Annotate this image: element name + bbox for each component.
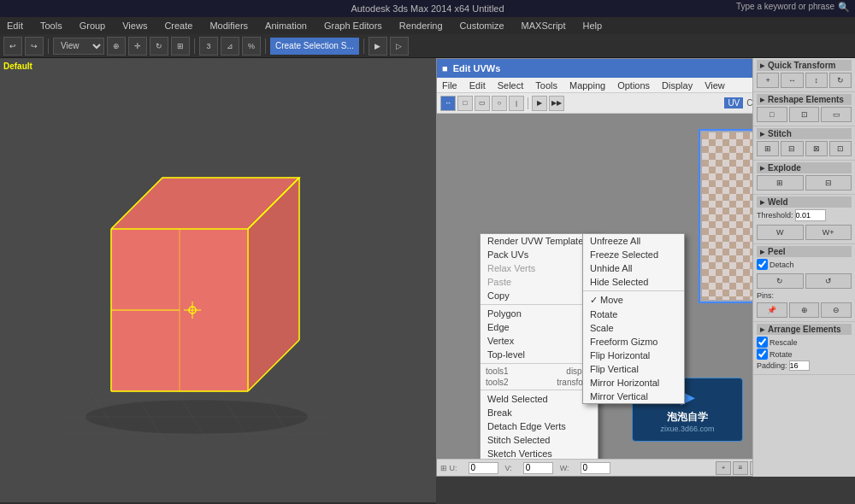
pin-btn1[interactable]: 📌 [757,302,787,318]
ex-btn2[interactable]: ⊟ [805,175,852,190]
sub-scale[interactable]: Scale [583,321,684,335]
weld-btn1[interactable]: W [757,225,804,240]
w-input[interactable] [581,462,610,474]
uvw-menu-view[interactable]: View [703,80,727,91]
uvw-menu-options[interactable]: Options [616,80,652,91]
st-btn1[interactable]: ⊞ [757,141,779,156]
uvw-menu-display[interactable]: Display [660,80,694,91]
ctx-edge[interactable]: Edge [481,320,598,334]
search-box[interactable]: Type a keyword or phrase [736,2,834,13]
filter-btn[interactable]: ▶ [369,37,387,56]
ctx-polygon[interactable]: Polygon [481,307,598,320]
rotate-checkbox[interactable] [757,349,768,360]
peel-btn1[interactable]: ↻ [757,273,804,289]
ctx-vertex[interactable]: Vertex [481,334,598,348]
snap-btn[interactable]: 3 [199,37,218,56]
uvw-menu-file[interactable]: File [440,80,459,91]
grid-btn[interactable]: ≡ [733,461,748,475]
viewport-3d[interactable]: Default [0,58,436,504]
ctx-sketch-vertices[interactable]: Sketch Vertices [481,447,598,459]
qt-btn3[interactable]: ↕ [805,73,828,88]
st-btn3[interactable]: ⊠ [805,141,828,156]
ctx-render-uvw[interactable]: Render UVW Template... [481,234,598,248]
menu-rendering[interactable]: Rendering [396,21,446,31]
redo-btn[interactable]: ↪ [25,37,44,56]
peel-btn2[interactable]: ↺ [805,273,852,289]
uvw-paint-btn[interactable]: | [509,96,524,111]
snap2-btn[interactable]: ⊿ [221,37,239,56]
ctx-break[interactable]: Break [481,406,598,419]
uvw-menu-tools[interactable]: Tools [534,80,559,91]
st-btn2[interactable]: ⊟ [781,141,803,156]
weld-btn2[interactable]: W+ [805,225,852,240]
uvw-menu-edit[interactable]: Edit [468,80,487,91]
menu-graph-editors[interactable]: Graph Editors [321,21,386,31]
scale-btn[interactable]: ⊞ [171,37,190,56]
ctx-pack-uvs[interactable]: Pack UVs [481,248,598,261]
minimize-icon[interactable]: 🔍 [838,2,850,13]
sub-mirror-vertical[interactable]: Mirror Vertical [583,390,684,403]
sub-hide-selected[interactable]: Hide Selected [583,275,684,289]
rotate-btn[interactable]: ↻ [150,37,168,56]
sub-move[interactable]: ✓ Move [583,293,684,308]
ctx-detach-edge[interactable]: Detach Edge Verts [481,419,598,433]
ctx-relax-verts[interactable]: Relax Verts [481,261,598,275]
pin-btn2[interactable]: ⊕ [789,302,820,318]
sub-flip-horizontal[interactable]: Flip Horizontal [583,349,684,362]
menu-tools[interactable]: Tools [37,21,66,31]
sub-unfreeze-all[interactable]: Unfreeze All [583,234,684,248]
undo-btn[interactable]: ↩ [3,37,22,56]
uvw-move-btn[interactable]: ↔ [440,96,456,111]
uvw-filter-btn[interactable]: ▶ [532,96,547,111]
sub-unhide-all[interactable]: Unhide All [583,261,684,275]
sub-flip-vertical[interactable]: Flip Vertical [583,362,684,376]
menu-animation[interactable]: Animation [262,21,310,31]
uvw-menu-select[interactable]: Select [496,80,526,91]
snap-uv-btn[interactable]: + [716,461,731,475]
ctx-paste[interactable]: Paste [481,275,598,289]
ctx-weld-selected[interactable]: Weld Selected [481,392,598,406]
render-btn[interactable]: ▷ [390,37,409,56]
create-selection-btn[interactable]: Create Selection S... [270,38,359,55]
menu-customize[interactable]: Customize [457,21,508,31]
qt-btn1[interactable]: + [757,73,779,88]
sub-mirror-horizontal[interactable]: Mirror Horizontal [583,376,684,390]
move-btn[interactable]: ✛ [128,37,147,56]
menu-create[interactable]: Create [161,21,196,31]
qt-btn4[interactable]: ↻ [829,73,852,88]
qt-btn2[interactable]: ↔ [781,73,803,88]
v-input[interactable] [523,462,553,474]
menu-edit[interactable]: Edit [3,21,27,31]
pin-btn3[interactable]: ⊖ [821,302,852,318]
menu-modifiers[interactable]: Modifiers [206,21,251,31]
sub-freeform-gizmo[interactable]: Freeform Gizmo [583,335,684,349]
mirror-btn[interactable]: % [242,37,261,56]
rs-btn2[interactable]: ⊡ [789,107,820,122]
ctx-stitch-selected[interactable]: Stitch Selected [481,433,598,447]
st-btn4[interactable]: ⊡ [829,141,852,156]
view-select[interactable]: View [53,38,104,55]
rescale-checkbox[interactable] [757,337,768,348]
sub-freeze-selected[interactable]: Freeze Selected [583,248,684,261]
uvw-freehand-btn[interactable]: □ [457,96,473,111]
threshold-input[interactable] [795,209,826,221]
uvw-rect-btn[interactable]: ▭ [475,96,490,111]
padding-input[interactable] [789,360,810,371]
menu-views[interactable]: Views [119,21,150,31]
ctx-top-level[interactable]: Top-level [481,348,598,361]
ex-btn1[interactable]: ⊞ [757,175,804,190]
weld-btns: W W+ [757,223,852,242]
select-btn[interactable]: ⊕ [107,37,126,56]
uvw-circle-btn[interactable]: ○ [492,96,507,111]
u-input[interactable] [469,462,498,474]
sub-rotate[interactable]: Rotate [583,308,684,321]
menu-maxscript[interactable]: MAXScript [518,21,569,31]
ctx-copy[interactable]: Copy [481,289,598,302]
detach-checkbox[interactable] [757,259,768,270]
rs-btn1[interactable]: □ [757,107,787,122]
uvw-menu-mapping[interactable]: Mapping [568,80,607,91]
menu-group[interactable]: Group [76,21,109,31]
uvw-filter2-btn[interactable]: ▶▶ [549,96,564,111]
menu-help[interactable]: Help [580,21,606,31]
rs-btn3[interactable]: ▭ [821,107,852,122]
